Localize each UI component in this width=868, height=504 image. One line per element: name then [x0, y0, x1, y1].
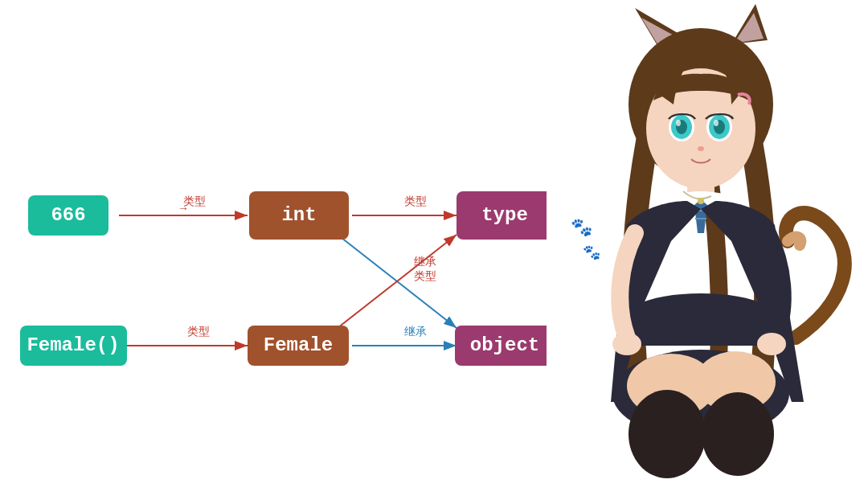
node-female-label: Female	[264, 334, 333, 356]
svg-text:→: →	[178, 202, 189, 215]
node-type-label: type	[481, 204, 528, 226]
edge-label-int-type: 类型	[404, 195, 427, 207]
image-area: 🐾 🐾	[547, 0, 868, 504]
edge-label-femalecall-female: 类型	[187, 325, 210, 338]
right-hand	[757, 333, 786, 355]
diagram-area: 类型 → 类型 继承 类型 类型 继承 666 int type Female(…	[0, 0, 547, 504]
node-femalecall-label: Female()	[27, 334, 119, 356]
paw-print-1: 🐾	[571, 216, 593, 239]
right-stocking	[702, 392, 774, 476]
nose	[698, 146, 704, 151]
node-666-label: 666	[51, 204, 85, 226]
anime-character-svg: 🐾 🐾	[547, 0, 868, 504]
left-eye-highlight	[676, 120, 681, 126]
necklace-pendant	[698, 198, 704, 204]
right-eye-highlight	[714, 120, 719, 126]
node-int-label: int	[281, 204, 316, 226]
diagram-svg: 类型 → 类型 继承 类型 类型 继承 666 int type Female(…	[0, 0, 547, 504]
left-stocking	[628, 390, 706, 478]
cross-label-type: 类型	[414, 269, 436, 282]
left-hand	[612, 333, 641, 355]
skirt	[623, 293, 780, 346]
node-object-label: object	[470, 334, 539, 356]
paw-print-2: 🐾	[583, 244, 601, 261]
edge-label-female-object: 继承	[404, 325, 427, 338]
